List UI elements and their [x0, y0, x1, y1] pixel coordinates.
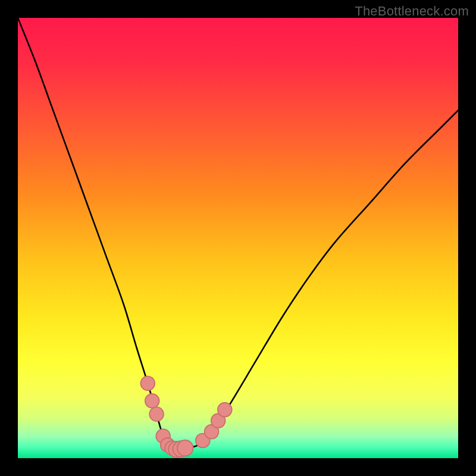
curve-marker [149, 407, 164, 421]
watermark-text: TheBottleneck.com [355, 4, 469, 19]
curve-markers [140, 376, 231, 457]
bottleneck-curve [18, 18, 458, 449]
plot-area [18, 18, 458, 458]
curve-marker [218, 403, 232, 417]
chart-frame: TheBottleneck.com [0, 0, 476, 476]
curve-marker [177, 440, 193, 456]
curve-marker [140, 376, 155, 390]
curve-marker [145, 394, 159, 408]
chart-svg [18, 18, 458, 458]
